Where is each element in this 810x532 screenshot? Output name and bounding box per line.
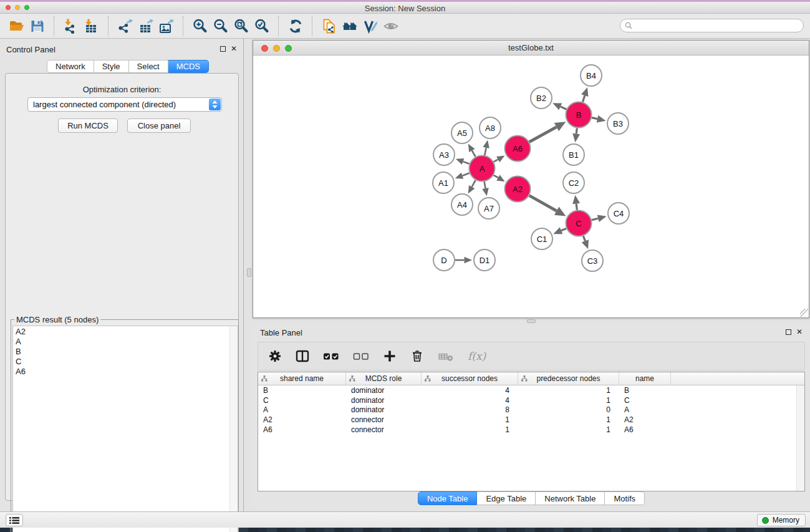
table-cell[interactable]: 1 bbox=[518, 385, 619, 395]
settings-gear-button[interactable] bbox=[268, 347, 282, 365]
tab-edge-table[interactable]: Edge Table bbox=[477, 491, 536, 505]
table-cell[interactable]: A2 bbox=[258, 415, 346, 425]
table-cell[interactable]: 1 bbox=[422, 425, 518, 435]
split-columns-button[interactable] bbox=[296, 347, 309, 365]
graph-edge-C-C2[interactable] bbox=[572, 195, 580, 210]
close-panel-icon[interactable]: ✕ bbox=[231, 44, 237, 53]
table-cell[interactable]: 0 bbox=[518, 405, 619, 415]
table-cell[interactable]: 1 bbox=[518, 395, 619, 405]
zoom-in-button[interactable] bbox=[190, 16, 210, 36]
table-cell[interactable]: 8 bbox=[422, 405, 518, 415]
graph-edge-A-A3[interactable] bbox=[456, 158, 470, 165]
task-history-button[interactable] bbox=[6, 514, 23, 526]
column-header-successor-nodes[interactable]: successor nodes bbox=[422, 372, 518, 385]
table-cell[interactable]: A2 bbox=[619, 415, 671, 425]
graph-node-A1[interactable]: A1 bbox=[433, 172, 454, 193]
table-cell[interactable]: C bbox=[258, 395, 346, 405]
copy-network-button[interactable] bbox=[319, 16, 339, 36]
graph-edge-A-A8[interactable] bbox=[483, 140, 489, 155]
graph-node-D[interactable]: D bbox=[433, 249, 455, 271]
table-row[interactable]: Adominator80A bbox=[258, 405, 804, 415]
graph-node-C2[interactable]: C2 bbox=[563, 172, 584, 193]
tab-mcds[interactable]: MCDS bbox=[168, 60, 209, 73]
refresh-button[interactable] bbox=[285, 16, 306, 36]
graph-edge-A6-B[interactable] bbox=[529, 122, 566, 142]
table-cell[interactable]: 1 bbox=[518, 425, 619, 435]
column-header-predecessor-nodes[interactable]: predecessor nodes bbox=[518, 372, 619, 385]
table-cell[interactable]: A6 bbox=[619, 425, 671, 435]
table-cell[interactable]: A6 bbox=[258, 425, 346, 435]
table-row[interactable]: A6connector11A6 bbox=[258, 425, 804, 435]
network-canvas[interactable]: B4B2BB3A8A5A6B1A3AC2A1A2A4A7C4CC1C3DD1 bbox=[254, 56, 809, 318]
open-file-button[interactable] bbox=[6, 16, 27, 36]
graph-node-A8[interactable]: A8 bbox=[480, 117, 501, 138]
table-cell[interactable]: 1 bbox=[518, 415, 619, 425]
export-network-button[interactable] bbox=[115, 16, 135, 36]
search-input[interactable] bbox=[635, 21, 803, 30]
table-cell[interactable]: dominator bbox=[346, 405, 422, 415]
graph-edge-B-B1[interactable] bbox=[572, 128, 580, 142]
graph-edge-A-A6[interactable] bbox=[494, 156, 505, 163]
result-list-item[interactable]: B bbox=[13, 346, 238, 356]
table-cell[interactable]: 4 bbox=[422, 395, 518, 405]
zoom-fit-button[interactable] bbox=[231, 16, 251, 36]
graph-node-A5[interactable]: A5 bbox=[451, 122, 473, 143]
graph-node-A3[interactable]: A3 bbox=[433, 144, 455, 165]
float-panel-icon[interactable] bbox=[220, 46, 226, 52]
table-cell[interactable]: A bbox=[258, 405, 346, 415]
table-cell[interactable]: dominator bbox=[346, 385, 422, 395]
table-cell[interactable]: connector bbox=[346, 425, 422, 435]
graph-node-C4[interactable]: C4 bbox=[608, 203, 629, 224]
result-list-item[interactable]: C bbox=[13, 356, 238, 366]
graph-edge-A-A5[interactable] bbox=[468, 143, 476, 157]
table-float-panel-icon[interactable] bbox=[786, 329, 791, 335]
zoom-out-button[interactable] bbox=[210, 16, 231, 36]
table-cell[interactable]: 4 bbox=[422, 385, 518, 395]
graph-node-A4[interactable]: A4 bbox=[451, 194, 473, 215]
result-list-item[interactable]: A bbox=[13, 336, 238, 346]
add-column-button[interactable] bbox=[383, 347, 397, 365]
graph-node-C3[interactable]: C3 bbox=[582, 250, 603, 271]
table-cell[interactable]: B bbox=[619, 385, 671, 395]
zoom-selected-button[interactable] bbox=[251, 16, 272, 36]
table-cell[interactable]: C bbox=[619, 395, 671, 405]
table-cell[interactable]: B bbox=[258, 385, 346, 395]
graph-edge-C-C1[interactable] bbox=[553, 227, 566, 234]
graph-edge-D-D1[interactable] bbox=[455, 257, 472, 264]
import-network-button[interactable] bbox=[60, 16, 81, 36]
table-close-panel-icon[interactable]: ✕ bbox=[796, 327, 803, 336]
tab-motifs[interactable]: Motifs bbox=[605, 491, 645, 505]
graph-edge-B-B2[interactable] bbox=[552, 103, 566, 110]
tab-style[interactable]: Style bbox=[94, 60, 129, 73]
tab-network[interactable]: Network bbox=[47, 60, 94, 73]
graph-node-B3[interactable]: B3 bbox=[607, 113, 629, 134]
tab-select[interactable]: Select bbox=[129, 60, 168, 73]
column-header-shared-name[interactable]: shared name bbox=[258, 372, 346, 385]
table-cell[interactable]: 1 bbox=[422, 415, 518, 425]
function-builder-button[interactable]: f(x) bbox=[468, 347, 486, 365]
optimization-criterion-select[interactable]: largest connected component (directed) bbox=[27, 97, 222, 112]
graph-node-C[interactable]: C bbox=[566, 211, 592, 236]
window-resize-grip[interactable] bbox=[800, 309, 808, 317]
deselect-all-button[interactable] bbox=[353, 347, 369, 365]
graph-node-C1[interactable]: C1 bbox=[531, 228, 552, 249]
result-list-item[interactable]: A6 bbox=[13, 366, 238, 376]
delete-table-button[interactable] bbox=[438, 347, 454, 365]
graph-node-A6[interactable]: A6 bbox=[505, 136, 531, 162]
table-row[interactable]: A2connector11A2 bbox=[258, 415, 804, 425]
export-table-button[interactable] bbox=[135, 16, 156, 36]
table-cell[interactable]: A bbox=[619, 405, 671, 415]
table-row[interactable]: Cdominator41C bbox=[258, 395, 804, 405]
search-field[interactable] bbox=[620, 19, 804, 32]
graph-node-B[interactable]: B bbox=[566, 102, 592, 128]
show-graphics-details-button[interactable] bbox=[380, 16, 401, 36]
graph-node-B4[interactable]: B4 bbox=[581, 65, 602, 86]
graph-edge-B-B4[interactable] bbox=[581, 87, 588, 102]
hide-annotations-button[interactable] bbox=[360, 16, 380, 36]
graph-edge-B-B3[interactable] bbox=[592, 115, 605, 123]
graph-node-B2[interactable]: B2 bbox=[531, 87, 552, 109]
graph-edge-C-C3[interactable] bbox=[582, 236, 589, 249]
graph-edge-A2-C[interactable] bbox=[529, 196, 566, 216]
memory-button[interactable]: Memory bbox=[757, 514, 806, 526]
horizontal-splitter-thumb[interactable] bbox=[527, 319, 536, 323]
